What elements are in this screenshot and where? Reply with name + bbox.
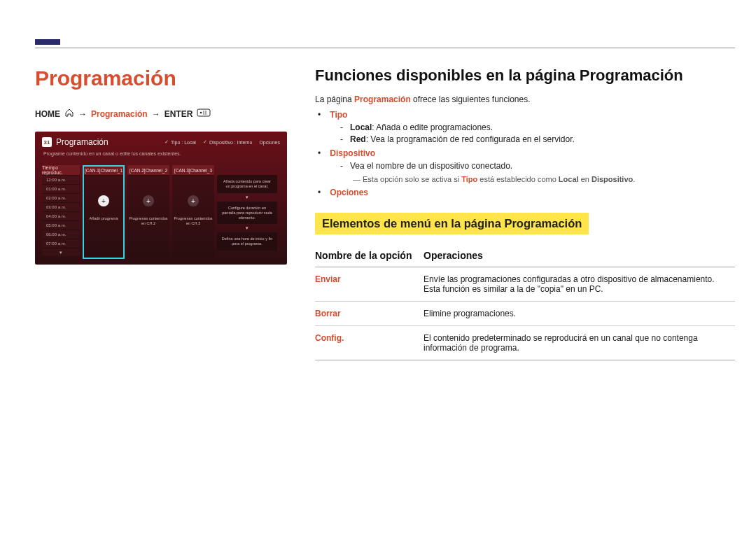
bullet-dispositivo: Dispositivo Vea el nombre de un disposit… [328, 148, 735, 183]
plus-icon[interactable]: + [98, 195, 109, 206]
page-content: Programación HOME → Programación → ENTER… [35, 66, 735, 360]
chevron-down-icon: ▾ [217, 225, 277, 231]
breadcrumb-enter: ENTER [164, 109, 193, 119]
page-title: Programación [35, 66, 287, 90]
header-accent-bar [35, 39, 60, 45]
table-row: Config. El contenido predeterminado se r… [315, 326, 735, 360]
header-divider [35, 48, 735, 48]
options-table: Nombre de la opción Operaciones Enviar E… [315, 246, 735, 360]
option-name: Config. [315, 326, 424, 360]
breadcrumb-arrow: → [78, 109, 87, 119]
shot-tips-column: Añada contenido para crear un programa e… [217, 165, 277, 259]
shot-time-cell: 06:00 a.m. [42, 230, 80, 239]
bullet-list: Tipo Local: Añada o edite programaciones… [328, 110, 735, 197]
sub-item: Local: Añada o edite programaciones. [340, 122, 735, 132]
shot-time-cell: 05:00 a.m. [42, 220, 80, 230]
table-row: Borrar Elimine programaciones. [315, 302, 735, 326]
shot-time-header: Tiempo reproduc. [42, 165, 80, 175]
calendar-icon: 31 [42, 137, 52, 147]
shot-subtitle: Programe contenido en un canal o edite l… [43, 151, 181, 156]
bullet-label: Opciones [330, 188, 368, 197]
shot-channel-3[interactable]: [CAN.3]Channel_3 + Programas contenidos … [172, 165, 214, 259]
shot-tip: Configure duración en pantalla para repr… [217, 202, 277, 225]
option-desc: Envíe las programaciones configuradas a … [424, 267, 735, 302]
shot-title-group: 31 Programación [42, 137, 108, 147]
shot-channel-body: + Programas contenidos en CH.3 [172, 175, 214, 259]
svg-point-1 [200, 112, 202, 114]
shot-time-cell: 02:00 a.m. [42, 193, 80, 202]
breadcrumb-page: Programación [91, 109, 148, 119]
bullet-opciones: Opciones [328, 188, 735, 197]
shot-header: 31 Programación ✓ Tipo : Local ✓ Disposi… [42, 137, 280, 147]
table-row: Enviar Envíe las programaciones configur… [315, 267, 735, 302]
sub-item: Vea el nombre de un dispositivo conectad… [340, 161, 735, 171]
bullet-tipo: Tipo Local: Añada o edite programaciones… [328, 110, 735, 144]
option-name: Enviar [315, 267, 424, 302]
bullet-label: Tipo [330, 110, 347, 120]
shot-time-cell: 12:00 a.m. [42, 175, 80, 184]
shot-channel-2[interactable]: [CAN.2]Channel_2 + Programas contenidos … [127, 165, 169, 259]
shot-channel-body: + Añadir programa [83, 175, 125, 259]
shot-channel-header: [CAN.3]Channel_3 [172, 165, 214, 175]
shot-channel-1[interactable]: [CAN.1]Channel_1 + Añadir programa [83, 165, 125, 259]
shot-title: Programación [56, 137, 108, 147]
note-text: Esta opción solo se activa si Tipo está … [353, 175, 735, 183]
ui-screenshot-thumbnail: 31 Programación ✓ Tipo : Local ✓ Disposi… [35, 132, 287, 265]
left-column: Programación HOME → Programación → ENTER… [35, 66, 287, 360]
shot-channel-caption: Programas contenidos en CH.2 [127, 216, 169, 225]
intro-paragraph: La página Programación ofrece las siguie… [315, 94, 735, 104]
option-desc: El contenido predeterminado se reproduci… [424, 326, 735, 360]
shot-time-cell: 04:00 a.m. [42, 211, 80, 220]
shot-tip: Defina una hora de inicio y fin para el … [217, 232, 277, 251]
shot-tipo-dropdown[interactable]: ✓ Tipo : Local [164, 139, 196, 145]
sub-list: Local: Añada o edite programaciones. Red… [340, 122, 735, 144]
plus-icon[interactable]: + [188, 195, 199, 206]
table-header-ops: Operaciones [424, 246, 735, 267]
chevron-down-icon[interactable]: ▾ [42, 248, 80, 256]
functions-heading: Funciones disponibles en la página Progr… [315, 66, 735, 85]
chevron-down-icon: ▾ [217, 195, 277, 200]
subsection-heading: Elementos de menú en la página Programac… [315, 213, 589, 234]
breadcrumb-arrow: → [152, 109, 160, 119]
shot-opciones-button[interactable]: Opciones [259, 140, 280, 145]
shot-time-cell: 01:00 a.m. [42, 184, 80, 193]
shot-body: Tiempo reproduc. 12:00 a.m. 01:00 a.m. 0… [42, 165, 280, 259]
plus-icon[interactable]: + [143, 195, 154, 206]
shot-time-cell: 07:00 a.m. [42, 239, 80, 248]
sub-item: Red: Vea la programación de red configur… [340, 134, 735, 144]
breadcrumb: HOME → Programación → ENTER [35, 108, 287, 119]
shot-channel-header: [CAN.1]Channel_1 [83, 165, 125, 175]
shot-channel-header: [CAN.2]Channel_2 [127, 165, 169, 175]
shot-channel-body: + Programas contenidos en CH.2 [127, 175, 169, 259]
enter-icon [197, 108, 211, 119]
shot-tip: Añada contenido para crear un programa e… [217, 175, 277, 193]
breadcrumb-home: HOME [35, 109, 60, 119]
shot-time-column: Tiempo reproduc. 12:00 a.m. 01:00 a.m. 0… [42, 165, 80, 259]
option-desc: Elimine programaciones. [424, 302, 735, 326]
shot-time-cell: 03:00 a.m. [42, 202, 80, 211]
shot-channel-caption: Añadir programa [90, 216, 118, 221]
home-icon [64, 108, 74, 119]
right-column: Funciones disponibles en la página Progr… [315, 66, 735, 360]
bullet-label: Dispositivo [330, 148, 375, 158]
shot-channel-caption: Programas contenidos en CH.3 [172, 216, 214, 225]
table-header-name: Nombre de la opción [315, 246, 424, 267]
option-name: Borrar [315, 302, 424, 326]
shot-dispositivo-dropdown[interactable]: ✓ Dispositivo : Interno [203, 139, 252, 145]
sub-list: Vea el nombre de un dispositivo conectad… [340, 161, 735, 171]
shot-header-right: ✓ Tipo : Local ✓ Dispositivo : Interno O… [164, 139, 280, 145]
